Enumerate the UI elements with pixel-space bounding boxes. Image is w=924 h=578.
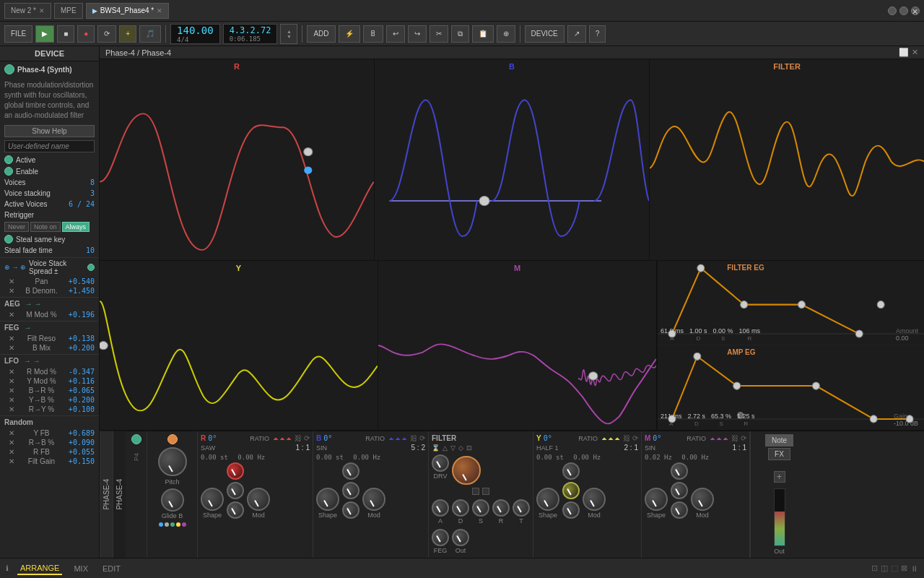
bottom-icon-5[interactable]: ⏸ (910, 564, 918, 573)
window-dot-1[interactable] (888, 7, 897, 15)
click-button[interactable]: 🎵 (139, 25, 161, 43)
power-orange-btn[interactable] (167, 434, 178, 444)
mix-tab[interactable]: MIX (71, 563, 91, 574)
osc-b-mod-knob1[interactable] (342, 462, 359, 480)
edit-tab[interactable]: EDIT (100, 563, 123, 574)
voices-val[interactable]: 8 (90, 178, 95, 186)
user-name-field[interactable]: User-defined name (4, 140, 95, 152)
add-button-plus[interactable]: + (774, 471, 785, 483)
osc-m-mod-knob3[interactable] (671, 501, 688, 519)
filter-d-knob[interactable] (452, 499, 469, 517)
osc-m-mod-knob1[interactable] (671, 462, 688, 480)
expand-icon[interactable]: ⬜ (899, 48, 909, 57)
tab-new2-close[interactable]: ✕ (39, 7, 45, 14)
filter-feg-knob[interactable] (432, 529, 449, 546)
osc-m-shape-knob[interactable] (645, 488, 668, 511)
pitch-knob[interactable] (158, 447, 187, 476)
undo-button[interactable]: ↩ (386, 25, 405, 43)
osc-m-mod-knob[interactable] (691, 488, 714, 511)
b-rb-val[interactable]: +0.065 (69, 387, 95, 394)
arrange-tab[interactable]: ARRANGE (17, 562, 62, 575)
osc-m-shape-knob2[interactable] (671, 482, 688, 499)
osc-b-shape-knob[interactable] (316, 488, 339, 511)
osc-b-shape-knob2[interactable] (342, 482, 359, 499)
osc-r-mod-knob[interactable] (247, 488, 270, 511)
osc-r-mod-knob1[interactable] (227, 462, 244, 480)
r-mod-val[interactable]: -0.347 (69, 368, 95, 376)
cut-button[interactable]: ✂ (430, 25, 448, 43)
osc-y-shape-knob[interactable] (536, 488, 559, 511)
edit-view-button[interactable]: 🎚 (363, 25, 383, 43)
redo-button[interactable]: ↪ (408, 25, 427, 43)
voice-stacking-val[interactable]: 3 (90, 189, 95, 197)
active-check[interactable] (4, 155, 13, 164)
loop-button[interactable]: ⟳ (97, 25, 116, 43)
osc-y-shape-knob2[interactable] (562, 482, 580, 499)
filter-s-knob[interactable] (472, 499, 489, 517)
steal-fade-val[interactable]: 10 (86, 246, 95, 254)
window-dot-2[interactable] (899, 7, 908, 15)
osc-b-mod-knob[interactable] (362, 488, 385, 511)
r-ry-val[interactable]: +0.100 (69, 405, 95, 413)
r-fb-val[interactable]: +0.055 (69, 448, 95, 456)
y-yb-val[interactable]: +0.200 (69, 396, 95, 404)
filter-a-knob[interactable] (432, 499, 449, 517)
m-mod-val[interactable]: +0.196 (69, 311, 95, 319)
tab-bws4[interactable]: ▶ BWS4_Phase4 * ✕ (86, 3, 170, 19)
add-button[interactable]: ADD (307, 25, 335, 43)
note-button[interactable]: Note (765, 434, 793, 447)
filt-reso-val[interactable]: +0.138 (69, 335, 95, 342)
paste-button[interactable]: 📋 (472, 25, 494, 43)
transport-extra[interactable]: ▲ ▼ (280, 24, 297, 44)
bottom-icon-2[interactable]: ◫ (881, 564, 888, 573)
osc-y-mod-knob[interactable] (583, 488, 606, 511)
record-button[interactable]: ● (77, 25, 95, 43)
close-plugin-icon[interactable]: ✕ (912, 48, 918, 57)
filt-gain-val[interactable]: +0.150 (69, 457, 95, 465)
osc-b-mod-knob3[interactable] (342, 501, 359, 519)
play-button[interactable]: ▶ (35, 25, 54, 43)
filter-drv-knob[interactable] (432, 454, 449, 472)
window-close[interactable]: ✕ (911, 7, 920, 15)
osc-r-mod-knob3[interactable] (227, 501, 244, 519)
tab-new2[interactable]: New 2 * ✕ (4, 3, 51, 19)
voice-spread-dot[interactable] (87, 264, 95, 271)
power-led[interactable] (131, 434, 141, 444)
bottom-icon-4[interactable]: ⊠ (901, 564, 907, 573)
filter-t-knob[interactable] (513, 499, 530, 517)
file-button[interactable]: FILE (4, 25, 32, 43)
y-fb-val[interactable]: +0.689 (69, 429, 95, 437)
osc-r-shape-knob[interactable] (201, 488, 224, 511)
tab-bws4-close[interactable]: ✕ (157, 7, 162, 14)
browser-button[interactable]: ↗ (567, 25, 586, 43)
bottom-icon-1[interactable]: ⊡ (871, 564, 878, 573)
glide-knob[interactable] (161, 488, 184, 512)
b-denom-val[interactable]: +1.450 (69, 287, 95, 295)
power-button[interactable] (4, 64, 14, 74)
osc-r-shape-knob2[interactable] (227, 482, 244, 499)
stop-button[interactable]: ■ (57, 25, 74, 43)
rrb-val[interactable]: +0.090 (69, 439, 95, 447)
never-button[interactable]: Never (4, 222, 29, 232)
y-mod-val[interactable]: +0.116 (69, 377, 95, 385)
mix-view-button[interactable]: ⚡ (339, 25, 360, 43)
steal-key-check[interactable] (4, 235, 13, 243)
filter-out-knob[interactable] (452, 529, 469, 546)
show-help-button[interactable]: Show Help (4, 125, 95, 137)
device-button[interactable]: DEVICE (525, 25, 565, 43)
pan-val[interactable]: +0.540 (69, 277, 95, 285)
b-mix-val[interactable]: +0.200 (69, 344, 95, 352)
dupe-button[interactable]: ⊕ (497, 25, 515, 43)
osc-y-mod-knob1[interactable] (562, 462, 580, 480)
note-on-button[interactable]: Note on (30, 222, 61, 232)
enable-check[interactable] (4, 167, 13, 176)
help-button[interactable]: ? (589, 25, 606, 43)
bottom-icon-3[interactable]: ⬚ (891, 564, 898, 573)
filter-r-knob[interactable] (492, 499, 510, 517)
osc-y-mod-knob3[interactable] (562, 501, 580, 519)
fx-button[interactable]: FX (768, 448, 790, 460)
tab-mpe[interactable]: MPE (54, 3, 83, 19)
always-button[interactable]: Always (62, 222, 90, 232)
filter-cutoff-knob[interactable] (452, 456, 481, 485)
overdub-button[interactable]: + (119, 25, 136, 43)
